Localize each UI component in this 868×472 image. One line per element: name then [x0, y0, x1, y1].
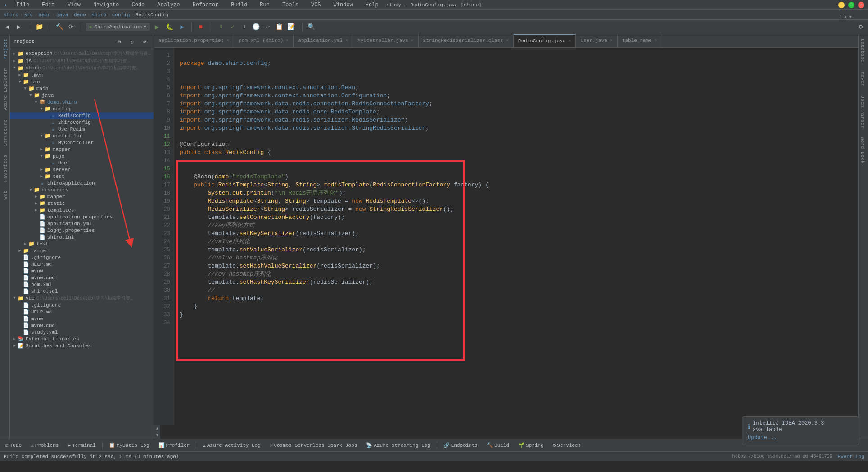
tree-item-shiroapplication[interactable]: ▶ ☕ ShiroApplication — [10, 180, 154, 186]
close-button[interactable]: × — [858, 2, 864, 8]
tree-item-resources[interactable]: ▼ 📁 resources — [10, 186, 154, 193]
tree-item-vue-mvnwcmd[interactable]: ▶ 📄 mvnw.cmd — [10, 322, 154, 329]
tab-app-props[interactable]: application.properties × — [154, 34, 234, 47]
tree-item-mycontroller[interactable]: ▶ ☕ MyController — [10, 139, 154, 146]
tab-pom[interactable]: pom.xml (shiro) × — [234, 34, 294, 47]
scroll-up[interactable]: ▲ — [156, 426, 158, 431]
bt-build[interactable]: 🔨 Build — [483, 441, 513, 449]
stop-button[interactable]: ■ — [195, 22, 206, 32]
editor-scrollbar[interactable]: ▲ ▼ — [154, 425, 160, 439]
tree-item-user[interactable]: ▶ ☕ User — [10, 159, 154, 166]
tree-item-userrealm[interactable]: ▶ ☕ UserRealm — [10, 126, 154, 132]
tree-item-shiro-sql[interactable]: ▶ 📄 shiro.sql — [10, 288, 154, 295]
search-button[interactable]: 🔍 — [306, 22, 317, 32]
bt-problems[interactable]: ⚠ Problems — [27, 441, 62, 449]
tab-close-user[interactable]: × — [610, 38, 613, 43]
history-button[interactable]: 🕒 — [251, 22, 262, 32]
tab-tablename[interactable]: table_name × — [618, 34, 662, 47]
push-button[interactable]: ⬆ — [239, 22, 250, 32]
minimize-button[interactable]: – — [838, 2, 845, 8]
coverage-button[interactable]: ▶ — [177, 22, 188, 32]
run-config-dropdown[interactable]: ▶ ShiroApplication ▼ — [86, 23, 150, 31]
maximize-button[interactable]: □ — [848, 2, 854, 8]
settings-button[interactable]: ⚙ — [855, 22, 866, 32]
menu-window[interactable]: Window — [330, 1, 357, 9]
notification-link[interactable]: Update... — [748, 435, 853, 441]
tree-item-mvnwcmd[interactable]: ▶ 📄 mvnw.cmd — [10, 274, 154, 281]
tree-item-pom[interactable]: ▶ 📄 pom.xml — [10, 281, 154, 288]
menu-code[interactable]: Code — [128, 1, 148, 9]
menu-build[interactable]: Build — [227, 1, 251, 9]
tree-item-redisconfig[interactable]: ▶ ☕ RedisConfig — [10, 112, 154, 119]
bc-part-6[interactable]: config — [112, 12, 130, 18]
bt-azure-log[interactable]: ☁ Azure Activity Log — [199, 441, 264, 449]
menu-view[interactable]: View — [64, 1, 84, 9]
database-tab[interactable]: Database — [859, 34, 868, 67]
tree-item-shiroconfig[interactable]: ▶ ☕ ShiroConfig — [10, 119, 154, 126]
bc-part-5[interactable]: shiro — [91, 12, 106, 18]
tree-item-config[interactable]: ▼ 📁 config — [10, 105, 154, 112]
build-button[interactable]: 🔨 — [54, 22, 65, 32]
bt-terminal[interactable]: ▶ Terminal — [64, 441, 99, 449]
tab-string-redis[interactable]: StringRedisSerializer.class × — [419, 34, 514, 47]
tree-item-vue-gitignore[interactable]: ▶ 📄 .gitignore — [10, 302, 154, 309]
bc-part-1[interactable]: src — [24, 12, 33, 18]
tree-item-server[interactable]: ▶ 📁 server — [10, 166, 154, 173]
tree-item-mvnw[interactable]: ▶ 📄 mvnw — [10, 268, 154, 274]
bt-mybatis[interactable]: 📋 MyBatis Log — [105, 441, 153, 449]
back-button[interactable]: ◀ — [2, 22, 13, 32]
code-editor[interactable]: package demo.shiro.config; import org.sp… — [174, 48, 858, 425]
tree-item-src[interactable]: ▼ 📁 src — [10, 78, 154, 85]
forward-button[interactable]: ▶ — [14, 22, 24, 32]
tree-item-mvn[interactable]: ▶ 📁 .mvn — [10, 72, 154, 78]
collapse-all-button[interactable]: ⊟ — [114, 36, 125, 47]
tree-item-main[interactable]: ▼ 📁 main — [10, 85, 154, 92]
tree-item-vue-mvnw[interactable]: ▶ 📄 mvnw — [10, 315, 154, 322]
bt-services[interactable]: ⚙ Services — [549, 441, 584, 449]
tab-close-redisconfig[interactable]: × — [568, 39, 571, 44]
bc-part-0[interactable]: shiro — [4, 12, 18, 18]
tree-item-app-yml[interactable]: ▶ 📄 application.yml — [10, 220, 154, 227]
tree-item-res-mapper[interactable]: ▶ 📁 mapper — [10, 193, 154, 200]
maven-tab[interactable]: Maven — [859, 67, 868, 91]
project-view-button[interactable]: 📁 — [34, 22, 45, 32]
tree-item-src-test[interactable]: ▶ 📁 test — [10, 241, 154, 247]
menu-edit[interactable]: Edit — [38, 1, 59, 9]
locate-button[interactable]: ◎ — [127, 36, 137, 47]
scroll-down[interactable]: ▼ — [156, 433, 158, 438]
commit-button[interactable]: ✓ — [227, 22, 238, 32]
tree-item-static[interactable]: ▶ 📁 static — [10, 200, 154, 207]
tab-mycontroller[interactable]: MyController.java × — [353, 34, 418, 47]
bt-streaming[interactable]: 📡 Azure Streaming Log — [362, 441, 434, 449]
json-parser-tab[interactable]: Json Parser — [859, 91, 868, 133]
line-up-icon[interactable]: ▲ — [844, 14, 847, 20]
bt-spring[interactable]: 🌱 Spring — [515, 441, 547, 449]
rollback-button[interactable]: ↩ — [262, 22, 273, 32]
structure-tab[interactable]: Structure — [0, 115, 9, 150]
bt-profiler[interactable]: 📊 Profiler — [155, 441, 194, 449]
tab-app-yml[interactable]: application.yml × — [294, 34, 353, 47]
bt-todo[interactable]: ☑ TODO — [2, 441, 25, 449]
menu-refactor[interactable]: Refactor — [189, 1, 222, 9]
azure-explorer-tab[interactable]: Azure Explorer — [0, 64, 9, 114]
tab-close-pom[interactable]: × — [286, 38, 289, 43]
tree-item-java[interactable]: ▼ 📁 java — [10, 92, 154, 99]
tree-item-target[interactable]: ▶ 📁 target — [10, 247, 154, 254]
word-book-tab[interactable]: Word Book — [859, 132, 868, 168]
tree-item-pojo[interactable]: ▼ 📁 pojo — [10, 153, 154, 159]
settings-button-panel[interactable]: ⚙ — [139, 36, 150, 47]
bt-endpoints[interactable]: 🔗 Endpoints — [440, 441, 481, 449]
tree-item-shiro-ini[interactable]: ▶ 📄 shiro.ini — [10, 234, 154, 241]
annotate-button[interactable]: 📝 — [286, 22, 297, 32]
bt-cosmos[interactable]: ⚡ Cosmos Serverless Spark Jobs — [266, 441, 361, 449]
bc-part-2[interactable]: main — [39, 12, 50, 18]
bc-part-4[interactable]: demo — [74, 12, 86, 18]
tree-item-controller[interactable]: ▼ 📁 controller — [10, 132, 154, 139]
tab-close-string-redis[interactable]: × — [506, 38, 509, 43]
tree-item-help[interactable]: ▶ 📄 HELP.md — [10, 261, 154, 268]
tab-close-app-props[interactable]: × — [226, 38, 229, 43]
tab-close-tablename[interactable]: × — [655, 38, 657, 43]
tree-item-mapper[interactable]: ▶ 📁 mapper — [10, 146, 154, 153]
tree-item-demo-shiro[interactable]: ▼ 📦 demo.shiro — [10, 99, 154, 105]
tree-item-external-libs[interactable]: ▶ 📚 External Libraries — [10, 336, 154, 342]
